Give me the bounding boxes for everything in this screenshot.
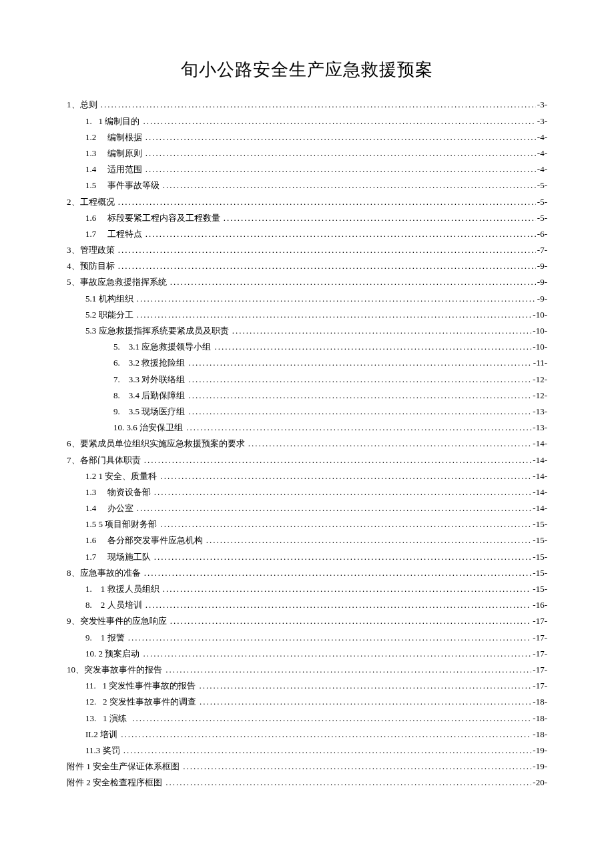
toc-entry-page: -5-	[537, 197, 547, 206]
toc-entry: 1. 1 编制目的 -3-	[67, 117, 547, 125]
toc-leader-dots	[154, 552, 532, 561]
toc-entry-label: 1.7 工程特点	[85, 230, 144, 238]
toc-entry-label: 1.4 办公室	[85, 504, 135, 512]
toc-entry-label: 10、突发事故事件的报告	[67, 665, 164, 674]
toc-entry: 附件 2 安全检查程序框图 -20-	[67, 778, 547, 787]
toc-entry: 1.3 编制原则 -4-	[67, 149, 547, 157]
toc-leader-dots	[143, 117, 536, 125]
toc-entry: 5.1 机构组织 -9-	[67, 294, 547, 303]
toc-entry-page: -17-	[533, 649, 547, 658]
toc-entry-page: -9-	[537, 278, 547, 286]
toc-entry-page: -18-	[533, 730, 547, 739]
toc-entry: 5、事故应急救援指挥系统 -9-	[67, 278, 547, 286]
toc-entry: 1.6 各分部突发事件应急机构 -15-	[67, 536, 547, 544]
document-page: 旬小公路安全生产应急救援预案 1、总则 -3-1. 1 编制目的 -3-1.2 …	[0, 0, 614, 834]
toc-entry: 1.3 物资设备部 -14-	[67, 488, 547, 496]
toc-leader-dots	[121, 730, 531, 739]
toc-entry-label: 1. 1 编制目的	[85, 117, 142, 125]
toc-entry: 1.5 5 项目部财务部 -15-	[67, 520, 547, 528]
toc-entry-label: 12. 2 突发性事故事件的调查	[85, 697, 198, 706]
toc-entry-page: -15-	[533, 552, 547, 561]
toc-leader-dots	[200, 681, 532, 690]
toc-entry-page: -6-	[537, 230, 547, 238]
toc-entry-page: -9-	[537, 262, 547, 270]
toc-entry-page: -9-	[537, 294, 547, 303]
toc-leader-dots	[189, 358, 532, 367]
toc-leader-dots	[166, 778, 531, 787]
toc-leader-dots	[163, 584, 532, 593]
toc-entry: 7. 3.3 对外联络组 -12-	[67, 375, 547, 384]
toc-leader-dots	[224, 213, 536, 222]
toc-entry-page: -14-	[533, 456, 547, 464]
toc-entry-label: 5.3 应急救援指挥系统要紧成员及职责	[85, 326, 231, 335]
toc-entry-label: 1.7 现场施工队	[85, 552, 153, 561]
toc-leader-dots	[101, 100, 536, 109]
toc-entry: 2、工程概况 -5-	[67, 197, 547, 206]
toc-leader-dots	[189, 407, 532, 416]
toc-entry-label: 1.6 标段要紧工程内容及工程数量	[85, 213, 222, 222]
toc-entry-page: -18-	[533, 714, 547, 723]
toc-leader-dots	[145, 165, 536, 173]
toc-entry-label: 5. 3.1 应急救援领导小组	[113, 342, 214, 351]
toc-entry: 3、管理政策 -7-	[67, 246, 547, 254]
toc-leader-dots	[161, 472, 532, 480]
toc-entry-page: -3-	[537, 117, 547, 125]
toc-leader-dots	[137, 504, 532, 512]
toc-leader-dots	[186, 423, 531, 432]
toc-leader-dots	[144, 568, 532, 577]
toc-entry-page: -14-	[533, 488, 547, 496]
toc-entry: 10. 3.6 治安保卫组 -13-	[67, 423, 547, 432]
toc-leader-dots	[232, 326, 532, 335]
toc-entry-label: 1.3 物资设备部	[85, 488, 153, 496]
toc-entry-label: 1.2 1 安全、质量科	[85, 472, 160, 480]
toc-entry: 12. 2 突发性事故事件的调查 -18-	[67, 697, 547, 706]
toc-entry-label: 1.2 编制根据	[85, 133, 144, 141]
toc-entry-label: 8. 3.4 后勤保障组	[113, 391, 188, 400]
toc-entry-page: -10-	[533, 310, 547, 319]
toc-entry: 10. 2 预案启动 -17-	[67, 649, 547, 658]
toc-entry-page: -17-	[533, 616, 547, 625]
toc-leader-dots	[166, 665, 531, 674]
toc-leader-dots	[183, 762, 531, 771]
toc-entry-label: 1、总则	[67, 100, 99, 109]
toc-entry: 6. 3.2 救援抢险组 -11-	[67, 358, 547, 367]
toc-entry: 9、突发性事件的应急响应 -17-	[67, 616, 547, 625]
toc-entry-page: -17-	[533, 665, 547, 674]
toc-entry-page: -14-	[533, 472, 547, 480]
toc-leader-dots	[144, 456, 532, 464]
toc-entry-label: 1.3 编制原则	[85, 149, 144, 157]
toc-entry-label: 1. 1 救援人员组织	[85, 584, 162, 593]
toc-entry-label: 8. 2 人员培训	[85, 600, 144, 609]
toc-leader-dots	[118, 197, 536, 206]
toc-entry-page: -15-	[533, 568, 547, 577]
toc-entry: 6、要紧成员单位组织实施应急救援预案的要求 -14-	[67, 439, 547, 448]
toc-entry-page: -12-	[533, 375, 547, 384]
toc-entry-page: -7-	[537, 246, 547, 254]
toc-entry-label: 10. 3.6 治安保卫组	[113, 423, 185, 432]
toc-entry-label: 附件 1 安全生产保证体系框图	[67, 762, 182, 771]
toc-entry: 1.5 事件事故等级 -5-	[67, 181, 547, 189]
toc-entry: 8. 3.4 后勤保障组 -12-	[67, 391, 547, 400]
toc-leader-dots	[145, 600, 532, 609]
toc-entry: 5. 3.1 应急救援领导小组 -10-	[67, 342, 547, 351]
toc-entry-label: 9. 1 报警	[85, 633, 127, 642]
toc-leader-dots	[154, 488, 532, 496]
toc-entry: 9. 3.5 现场医疗组 -13-	[67, 407, 547, 416]
toc-entry-label: 6、要紧成员单位组织实施应急救援预案的要求	[67, 439, 247, 448]
toc-entry-page: -12-	[533, 391, 547, 400]
toc-entry-label: 2、工程概况	[67, 197, 117, 206]
toc-entry: 5.3 应急救援指挥系统要紧成员及职责 -10-	[67, 326, 547, 335]
toc-entry-label: 5、事故应急救援指挥系统	[67, 278, 169, 286]
document-title: 旬小公路安全生产应急救援预案	[67, 58, 547, 81]
toc-entry-page: -20-	[533, 778, 547, 787]
toc-entry-page: -19-	[533, 762, 547, 771]
toc-leader-dots	[137, 310, 532, 319]
toc-leader-dots	[170, 278, 536, 286]
toc-entry-label: 9. 3.5 现场医疗组	[113, 407, 188, 416]
toc-leader-dots	[200, 697, 531, 706]
toc-entry-label: 4、预防目标	[67, 262, 117, 270]
toc-entry-label: 1.5 事件事故等级	[85, 181, 162, 189]
toc-entry-label: 13. 1 演练	[85, 714, 131, 723]
toc-leader-dots	[206, 536, 532, 544]
toc-entry-page: -10-	[533, 326, 547, 335]
